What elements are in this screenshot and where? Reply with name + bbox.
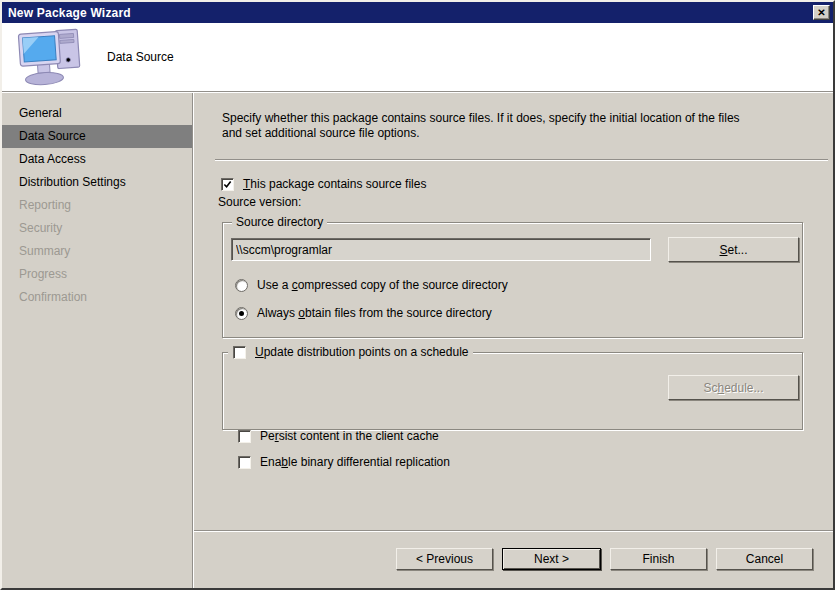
sidebar-item-data-source[interactable]: Data Source bbox=[2, 125, 192, 148]
sidebar-item-security: Security bbox=[2, 217, 192, 240]
checkbox-label: Persist content in the client cache bbox=[260, 429, 439, 443]
persist-content-checkbox[interactable]: Persist content in the client cache bbox=[238, 429, 439, 443]
finish-button[interactable]: Finish bbox=[610, 548, 707, 570]
page-description: Specify whether this package contains so… bbox=[222, 111, 822, 141]
page-title: Data Source bbox=[107, 50, 174, 64]
source-directory-group: Source directory Set... Use a compressed… bbox=[222, 222, 803, 338]
previous-button[interactable]: < Previous bbox=[396, 548, 493, 570]
sidebar-item-distribution-settings[interactable]: Distribution Settings bbox=[2, 171, 192, 194]
binary-replication-checkbox[interactable]: Enable binary differential replication bbox=[238, 455, 450, 469]
schedule-button: Schedule... bbox=[668, 375, 799, 400]
radio-circle bbox=[235, 307, 248, 320]
sidebar-item-progress: Progress bbox=[2, 263, 192, 286]
title-bar: New Package Wizard ✕ bbox=[2, 2, 833, 23]
update-schedule-group: Update distribution points on a schedule… bbox=[222, 352, 803, 430]
wizard-body: General Data Source Data Access Distribu… bbox=[2, 93, 833, 588]
source-directory-caption: Source directory bbox=[232, 215, 327, 229]
wizard-button-bar: < Previous Next > Finish Cancel bbox=[396, 548, 813, 570]
sidebar-item-summary: Summary bbox=[2, 240, 192, 263]
sidebar-item-reporting: Reporting bbox=[2, 194, 192, 217]
computer-icon bbox=[15, 28, 89, 86]
description-divider bbox=[215, 159, 828, 161]
always-obtain-radio[interactable]: Always obtain files from the source dire… bbox=[235, 306, 492, 320]
wizard-steps-sidebar: General Data Source Data Access Distribu… bbox=[2, 93, 192, 588]
compressed-copy-radio[interactable]: Use a compressed copy of the source dire… bbox=[235, 278, 508, 292]
sidebar-item-confirmation: Confirmation bbox=[2, 286, 192, 309]
checkbox-box bbox=[238, 430, 251, 443]
next-button[interactable]: Next > bbox=[502, 548, 601, 570]
checkbox-label: Enable binary differential replication bbox=[260, 455, 450, 469]
update-schedule-checkbox[interactable]: Update distribution points on a schedule bbox=[228, 345, 473, 359]
radio-label: Use a compressed copy of the source dire… bbox=[257, 278, 508, 292]
description-line1: Specify whether this package contains so… bbox=[222, 111, 822, 126]
checkbox-box bbox=[238, 456, 251, 469]
checkbox-box bbox=[221, 178, 234, 191]
wizard-header: Data Source bbox=[2, 23, 833, 91]
contains-source-files-checkbox[interactable]: This package contains source files bbox=[221, 177, 426, 191]
checkbox-label: Update distribution points on a schedule bbox=[255, 345, 468, 359]
new-package-wizard-window: New Package Wizard ✕ Data Source General… bbox=[0, 0, 835, 590]
cancel-button[interactable]: Cancel bbox=[716, 548, 813, 570]
sidebar-item-data-access[interactable]: Data Access bbox=[2, 148, 192, 171]
radio-circle bbox=[235, 279, 248, 292]
window-title: New Package Wizard bbox=[8, 6, 813, 20]
radio-label: Always obtain files from the source dire… bbox=[257, 306, 492, 320]
checkmark-icon bbox=[223, 180, 232, 189]
page-content: Specify whether this package contains so… bbox=[194, 93, 833, 588]
checkbox-label: This package contains source files bbox=[243, 177, 426, 191]
description-line2: and set additional source file options. bbox=[222, 126, 822, 141]
checkbox-box bbox=[233, 346, 246, 359]
close-icon[interactable]: ✕ bbox=[813, 5, 830, 20]
source-directory-input[interactable] bbox=[231, 238, 651, 261]
radio-selected-dot bbox=[239, 311, 244, 316]
footer-divider bbox=[194, 530, 833, 532]
sidebar-item-general[interactable]: General bbox=[2, 102, 192, 125]
source-version-label: Source version: bbox=[218, 195, 301, 209]
set-button[interactable]: Set... bbox=[668, 237, 799, 262]
